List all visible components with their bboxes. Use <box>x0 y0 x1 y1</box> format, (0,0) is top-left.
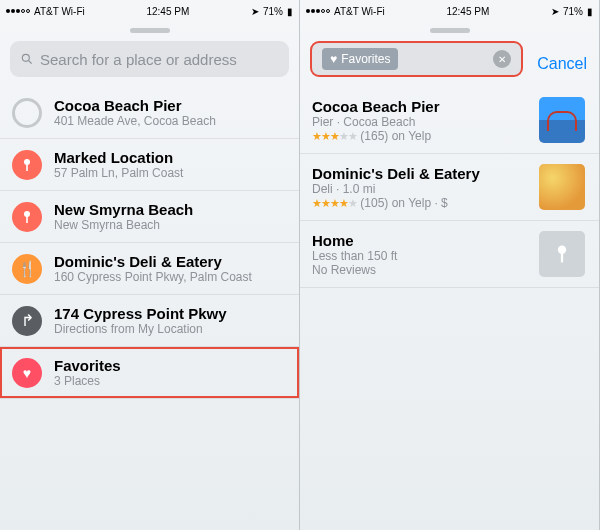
list-item[interactable]: ↱ 174 Cypress Point PkwyDirections from … <box>0 295 299 347</box>
carrier: AT&T Wi-Fi <box>334 6 385 17</box>
battery-icon: ▮ <box>587 6 593 17</box>
favorites-list: Cocoa Beach Pier Pier · Cocoa Beach ★★★★… <box>300 87 599 530</box>
svg-rect-3 <box>26 164 28 171</box>
battery-icon: ▮ <box>287 6 293 17</box>
list-item[interactable]: Cocoa Beach Pier401 Meade Ave, Cocoa Bea… <box>0 87 299 139</box>
clock: 12:45 PM <box>146 6 189 17</box>
svg-rect-7 <box>561 253 563 263</box>
search-field[interactable]: Search for a place or address <box>10 41 289 77</box>
signal-icon <box>306 9 330 13</box>
directions-icon: ↱ <box>12 306 42 336</box>
star-rating: ★★★★★ <box>312 130 357 142</box>
search-icon <box>20 52 34 66</box>
food-icon: 🍴 <box>12 254 42 284</box>
pin-icon <box>12 202 42 232</box>
drag-handle[interactable] <box>130 28 170 33</box>
suggestions-list: Cocoa Beach Pier401 Meade Ave, Cocoa Bea… <box>0 87 299 530</box>
svg-rect-5 <box>26 216 28 223</box>
pin-icon <box>12 150 42 180</box>
phone-left: AT&T Wi-Fi 12:45 PM ➤ 71% ▮ Search for a… <box>0 0 300 530</box>
thumbnail <box>539 97 585 143</box>
svg-point-0 <box>22 54 29 61</box>
location-icon: ➤ <box>251 6 259 17</box>
carrier: AT&T Wi-Fi <box>34 6 85 17</box>
clock: 12:45 PM <box>446 6 489 17</box>
heart-icon: ♥ <box>12 358 42 388</box>
search-placeholder: Search for a place or address <box>40 51 237 68</box>
favorites-row[interactable]: ♥ Favorites3 Places <box>0 347 299 399</box>
list-item[interactable]: Home Less than 150 ft No Reviews <box>300 221 599 288</box>
favorites-token[interactable]: ♥ Favorites <box>322 48 398 70</box>
clear-icon[interactable]: ✕ <box>493 50 511 68</box>
list-item[interactable]: New Smyrna BeachNew Smyrna Beach <box>0 191 299 243</box>
drag-handle[interactable] <box>430 28 470 33</box>
list-item[interactable]: Marked Location57 Palm Ln, Palm Coast <box>0 139 299 191</box>
status-bar: AT&T Wi-Fi 12:45 PM ➤ 71% ▮ <box>0 0 299 22</box>
svg-line-1 <box>29 61 32 64</box>
cancel-button[interactable]: Cancel <box>533 55 599 73</box>
list-item[interactable]: Cocoa Beach Pier Pier · Cocoa Beach ★★★★… <box>300 87 599 154</box>
list-item[interactable]: Dominic's Deli & Eatery Deli · 1.0 mi ★★… <box>300 154 599 221</box>
phone-right: AT&T Wi-Fi 12:45 PM ➤ 71% ▮ ♥ Favorites … <box>300 0 600 530</box>
battery-pct: 71% <box>563 6 583 17</box>
signal-icon <box>6 9 30 13</box>
star-rating: ★★★★★ <box>312 197 357 209</box>
status-bar: AT&T Wi-Fi 12:45 PM ➤ 71% ▮ <box>300 0 599 22</box>
thumbnail <box>539 164 585 210</box>
battery-pct: 71% <box>263 6 283 17</box>
recent-icon <box>12 98 42 128</box>
list-item[interactable]: 🍴 Dominic's Deli & Eatery160 Cypress Poi… <box>0 243 299 295</box>
thumbnail <box>539 231 585 277</box>
search-field[interactable]: ♥ Favorites ✕ <box>310 41 523 77</box>
location-icon: ➤ <box>551 6 559 17</box>
